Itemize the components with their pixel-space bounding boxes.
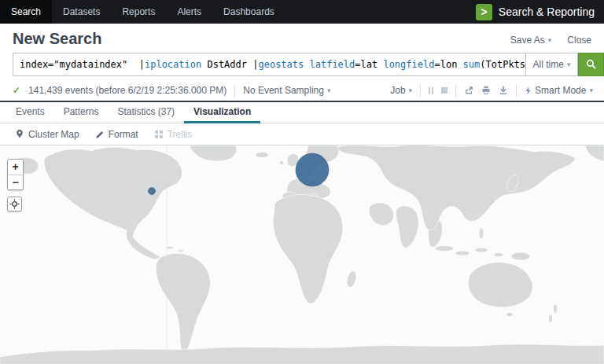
tab-events[interactable]: Events <box>6 102 54 123</box>
chevron-down-icon: ▾ <box>567 61 571 68</box>
zoom-out-button[interactable]: − <box>8 175 23 189</box>
search-icon <box>586 59 597 70</box>
job-label: Job <box>390 85 405 96</box>
continent-north-america <box>44 147 182 259</box>
header-actions: Save As ▾ Close <box>510 35 591 46</box>
logo-arrow: > <box>481 6 487 18</box>
splunk-app: SearchDatasetsReportsAlertsDashboards > … <box>0 0 604 364</box>
search-input[interactable]: index="mydataindex" |iplocation DstAddr … <box>13 53 526 76</box>
share-icon <box>464 86 473 95</box>
job-status-bar: ✓ 141,439 events (before 6/2/19 2:25:36.… <box>0 80 604 101</box>
locate-button[interactable] <box>7 197 22 211</box>
zoom-in-button[interactable]: + <box>8 160 23 175</box>
chevron-down-icon: ▾ <box>548 36 552 44</box>
event-sampling-dropdown[interactable]: No Event Sampling ▾ <box>243 85 330 96</box>
nav-item-reports[interactable]: Reports <box>111 0 166 24</box>
print-icon <box>481 86 491 95</box>
download-icon <box>499 86 508 95</box>
top-nav-items: SearchDatasetsReportsAlertsDashboards <box>0 0 285 24</box>
search-bar: index="mydataindex" |iplocation DstAddr … <box>13 53 604 76</box>
philippines <box>479 228 484 239</box>
zoom-controls: + − <box>7 159 24 190</box>
new-guinea <box>511 252 530 260</box>
job-success-icon: ✓ <box>13 85 20 96</box>
tab-patterns[interactable]: Patterns <box>54 102 109 123</box>
chevron-down-icon: ▾ <box>409 86 413 94</box>
divider <box>420 85 421 97</box>
job-controls: Job ▾ <box>390 85 593 97</box>
search-mode-dropdown[interactable]: Smart Mode ▾ <box>525 85 593 96</box>
map-controls: + − <box>7 159 24 211</box>
bubble-cluster-us[interactable] <box>149 188 156 195</box>
chevron-down-icon: ▾ <box>589 86 593 94</box>
caribbean-island <box>166 246 174 248</box>
query-segment-command: geostats <box>258 59 304 70</box>
nav-item-dashboards[interactable]: Dashboards <box>212 0 285 24</box>
export-button[interactable] <box>499 86 508 95</box>
viz-toolbar: Cluster Map Format Trellis <box>0 123 604 145</box>
continent-australia <box>468 263 532 307</box>
iceland <box>256 153 268 158</box>
pause-button[interactable] <box>429 87 433 94</box>
indonesia-island <box>435 246 454 252</box>
event-sampling-label: No Event Sampling <box>243 85 324 96</box>
query-segment-modifier: longfield <box>383 59 434 70</box>
ireland <box>280 161 284 165</box>
query-segment-modifier: latfield <box>310 59 355 70</box>
print-button[interactable] <box>481 86 491 95</box>
tab-statistics-37[interactable]: Statistics (37) <box>108 102 184 123</box>
query-segment-plain: index="mydataindex" <box>20 59 139 70</box>
search-button[interactable] <box>578 53 604 76</box>
cluster-map-svg[interactable] <box>0 145 604 364</box>
lightning-icon <box>525 86 532 95</box>
continent-south-america <box>156 253 210 356</box>
save-as-button[interactable]: Save As ▾ <box>510 35 552 46</box>
trellis-label: Trellis <box>168 129 193 140</box>
search-query: index="mydataindex" |iplocation DstAddr … <box>20 59 526 70</box>
save-as-label: Save As <box>510 35 545 46</box>
stop-button[interactable] <box>441 87 447 94</box>
query-segment-function: sum <box>463 59 481 70</box>
continent-siberia-east <box>585 145 604 161</box>
tab-visualization[interactable]: Visualization <box>184 102 260 123</box>
nav-item-datasets[interactable]: Datasets <box>52 0 111 24</box>
grid-icon <box>154 130 164 139</box>
bubble-cluster-europe[interactable] <box>296 153 329 186</box>
splunk-logo-icon: > <box>476 4 492 20</box>
map-pin-icon <box>15 129 24 139</box>
format-button[interactable]: Format <box>88 127 145 142</box>
madagascar <box>347 271 356 288</box>
indonesia-island <box>475 248 488 252</box>
new-zealand <box>549 314 553 322</box>
app-brand[interactable]: > Search & Reporting <box>466 0 604 24</box>
nav-item-search[interactable]: Search <box>0 0 52 24</box>
nav-spacer <box>285 0 466 24</box>
cluster-map[interactable]: + − <box>0 145 604 364</box>
top-nav: SearchDatasetsReportsAlertsDashboards > … <box>0 0 604 24</box>
trellis-button[interactable]: Trellis <box>147 127 200 142</box>
new-zealand <box>554 304 558 314</box>
format-label: Format <box>109 129 138 140</box>
pause-icon <box>429 87 433 94</box>
continent-africa <box>273 194 343 303</box>
query-segment-command: iplocation <box>145 59 201 70</box>
time-range-label: All time <box>533 59 564 70</box>
share-button[interactable] <box>464 86 473 95</box>
crosshair-icon <box>9 199 20 209</box>
close-button[interactable]: Close <box>567 35 591 46</box>
chevron-down-icon: ▾ <box>327 86 331 94</box>
query-segment-plain: DstAddr <box>201 59 252 70</box>
stop-icon <box>441 87 447 94</box>
antarctica <box>0 344 604 364</box>
divider <box>516 85 517 97</box>
query-segment-plain: =lon <box>434 59 462 70</box>
greenland <box>190 145 237 161</box>
pencil-icon <box>95 130 105 139</box>
results-tabs: EventsPatternsStatistics (37)Visualizati… <box>0 102 604 123</box>
query-segment-pipe: | <box>139 59 145 70</box>
job-dropdown[interactable]: Job ▾ <box>390 85 412 96</box>
nav-item-alerts[interactable]: Alerts <box>166 0 212 24</box>
caribbean-island <box>179 250 184 252</box>
viz-type-cluster-map-button[interactable]: Cluster Map <box>8 127 87 142</box>
time-range-picker[interactable]: All time ▾ <box>526 53 578 76</box>
